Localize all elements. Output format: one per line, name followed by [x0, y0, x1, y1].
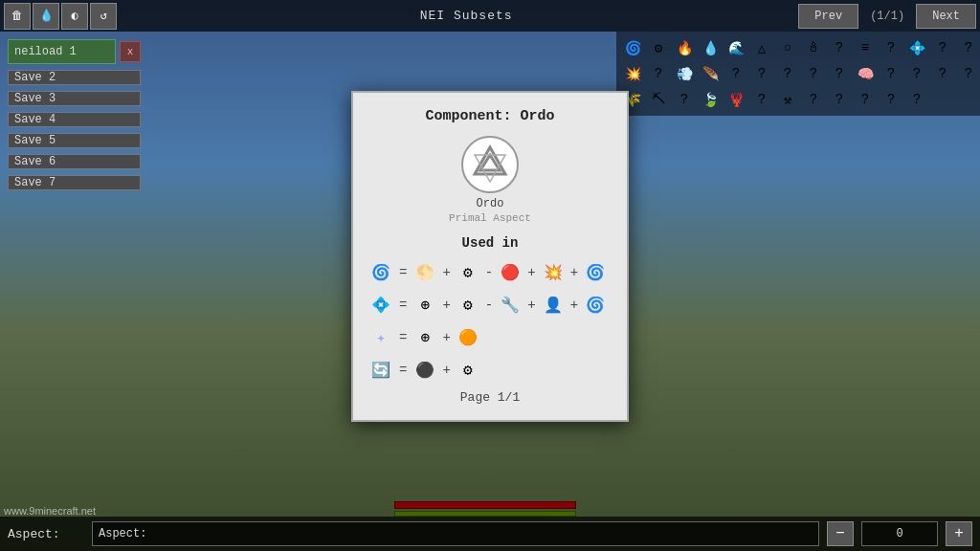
plus-sign: +: [570, 265, 578, 280]
equals-sign: =: [399, 363, 407, 378]
recipe-icon[interactable]: 👤: [541, 293, 566, 318]
aspect-display: Ordo Primal Aspect: [368, 136, 612, 224]
recipe-icon[interactable]: ⚙: [456, 260, 480, 285]
used-in-title: Used in: [368, 235, 612, 251]
equals-sign: =: [399, 330, 407, 345]
component-modal: Component: Ordo Ordo Primal Aspect Used …: [351, 91, 629, 422]
recipe-icon[interactable]: ⚫: [412, 358, 437, 383]
aspect-icon: [461, 136, 519, 193]
recipe-icon[interactable]: 💥: [541, 260, 566, 285]
recipe-icon[interactable]: 🌀: [583, 293, 608, 318]
plus-sign: +: [442, 330, 450, 345]
plus-sign: +: [527, 298, 535, 313]
recipe-icon[interactable]: ⊕: [412, 325, 437, 350]
recipe-icon[interactable]: 🌀: [368, 260, 393, 285]
primal-aspect-label: Primal Aspect: [449, 212, 531, 224]
recipe-icon[interactable]: ⚙: [456, 358, 480, 383]
aspect-name-label: Ordo: [477, 197, 504, 210]
plus-sign: -: [485, 298, 493, 313]
plus-sign: +: [442, 298, 450, 313]
recipe-icon[interactable]: 🔄: [368, 358, 393, 383]
plus-sign: +: [442, 363, 450, 378]
recipe-row-3: ✦ = ⊕ + 🟠: [368, 325, 612, 350]
recipe-icon[interactable]: ⚙: [456, 293, 480, 318]
recipe-icon[interactable]: 🔴: [498, 260, 523, 285]
ordo-symbol: [469, 143, 511, 186]
recipe-icon[interactable]: 💠: [368, 293, 393, 318]
recipe-icon[interactable]: ⊕: [412, 293, 437, 318]
plus-sign: -: [485, 265, 493, 280]
modal-title: Component: Ordo: [368, 108, 612, 124]
recipe-row-1: 🌀 = 🌕 + ⚙ - 🔴 + 💥 + 🌀: [368, 260, 612, 285]
modal-page: Page 1/1: [368, 390, 612, 405]
plus-sign: +: [442, 265, 450, 280]
modal-overlay: Component: Ordo Ordo Primal Aspect Used …: [0, 0, 980, 551]
recipe-row-2: 💠 = ⊕ + ⚙ - 🔧 + 👤 + 🌀: [368, 293, 612, 318]
recipe-icon[interactable]: 🌕: [412, 260, 437, 285]
equals-sign: =: [399, 265, 407, 280]
plus-sign: +: [527, 265, 535, 280]
recipe-icon[interactable]: 🟠: [456, 325, 480, 350]
recipe-row-4: 🔄 = ⚫ + ⚙: [368, 358, 612, 383]
recipe-icon[interactable]: 🌀: [583, 260, 608, 285]
plus-sign: +: [570, 298, 578, 313]
recipe-icon[interactable]: 🔧: [498, 293, 523, 318]
equals-sign: =: [399, 298, 407, 313]
recipe-icon[interactable]: ✦: [368, 325, 393, 350]
